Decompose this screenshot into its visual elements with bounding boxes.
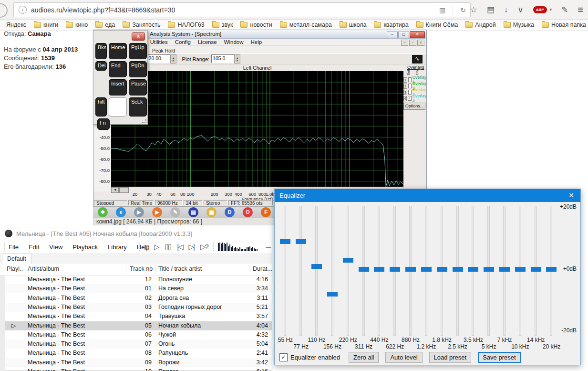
eq-slider-track[interactable]	[347, 206, 349, 336]
foobar-titlebar[interactable]: Мельница - [The Best #05] Ночная кобыла …	[0, 227, 272, 240]
menu-item-library[interactable]: Library	[108, 244, 127, 251]
bookmark-item[interactable]: школа	[340, 21, 367, 28]
eq-slider-handle[interactable]	[499, 267, 510, 272]
spectrum-visualization[interactable]	[217, 242, 263, 252]
eq-slider-handle[interactable]	[515, 267, 526, 272]
bookmark-item[interactable]: Андрей	[465, 21, 495, 28]
column-title[interactable]: Title / track artist	[158, 265, 202, 272]
eq-slider-track[interactable]	[331, 206, 333, 336]
eq-slider-handle[interactable]	[421, 267, 432, 272]
equalizer-enabled-checkbox[interactable]: ✓	[279, 353, 288, 361]
bookmark-label: школа	[349, 21, 367, 28]
column-playing[interactable]: Playi...	[7, 265, 23, 272]
eq-slider-track[interactable]	[299, 206, 302, 336]
screen: i audioes.ru/viewtopic.php?f=43&t=8669&s…	[0, 0, 588, 371]
eq-slider-handle[interactable]	[484, 267, 494, 272]
bookmark-item[interactable]: книги	[34, 21, 58, 28]
playlist-row[interactable]: Мельница - The Best01На север3:34	[5, 284, 272, 293]
next-button[interactable]: ▷|	[189, 243, 194, 251]
playlist-row[interactable]: Мельница - The Best07Огонь5:04	[5, 339, 272, 349]
playlist-row[interactable]: Мельница - The Best10Прялка6:16	[5, 367, 272, 371]
osk-key-PgUp: PgUp	[129, 43, 147, 59]
bookmark-item[interactable]: НАЛОГ63	[168, 21, 204, 28]
bookmark-item[interactable]: звук	[212, 21, 233, 28]
clipboard-icon[interactable]: ▤	[487, 6, 495, 14]
playlist-row[interactable]: Мельница - The Best06Чужой4:32	[5, 330, 272, 339]
viz-bar	[218, 243, 219, 251]
eq-slider-handle[interactable]	[453, 267, 463, 272]
reader-mode-icon[interactable]: ▥	[435, 6, 450, 14]
random-button[interactable]: ▷?	[200, 243, 208, 251]
playlist-row[interactable]: Мельница - The Best04Травушка3:57	[5, 312, 272, 321]
eq-slider-handle[interactable]	[405, 267, 416, 272]
playlist-row[interactable]: Мельница - The Best09Ворожи3:42	[5, 358, 272, 367]
playlist-row[interactable]: Мельница - The Best03Господин горных дор…	[5, 303, 272, 312]
previous-button[interactable]: |◁	[177, 243, 182, 251]
url-text[interactable]: audioes.ru/viewtopic.php?f=43&t=8669&sta…	[31, 6, 435, 14]
eq-slider-handle[interactable]	[343, 258, 353, 263]
eq-slider-handle[interactable]	[390, 267, 400, 272]
bookmark-item[interactable]: Занятость	[123, 21, 160, 28]
equalizer-enabled-label: Equalizer enabled	[290, 354, 340, 361]
zero-all-button[interactable]: Zero all	[349, 352, 379, 363]
adblock-caret-icon[interactable]: ▾	[550, 7, 552, 12]
menu-icon[interactable]: ≡	[578, 5, 583, 14]
url-bar[interactable]: i audioes.ru/viewtopic.php?f=43&t=8669&s…	[13, 2, 471, 17]
cell-title: Огонь	[158, 340, 175, 347]
playlist-row[interactable]: Мельница - The Best08Рапунцель2:41	[5, 349, 272, 358]
eq-slider-handle[interactable]	[437, 267, 447, 272]
column-track-no[interactable]: Track no	[130, 265, 153, 272]
eq-slider-track[interactable]	[315, 206, 318, 336]
eq-slider-handle[interactable]	[327, 292, 338, 297]
bookmark-item[interactable]: Музыка	[504, 21, 534, 28]
playlist-tab-default[interactable]: Default	[2, 254, 31, 264]
column-artist-album[interactable]: Artist/album	[28, 265, 59, 272]
bookmark-item[interactable]: металл-самара	[280, 21, 332, 28]
bookmark-item[interactable]: новости	[240, 21, 272, 28]
equalizer-close-icon[interactable]: ✕	[568, 191, 574, 199]
reload-icon[interactable]: ↻	[456, 6, 470, 14]
toolbar-grip[interactable]	[4, 243, 5, 251]
auto-level-button[interactable]: Auto level	[385, 352, 422, 363]
eq-slider-handle[interactable]	[531, 267, 541, 272]
site-tools-icon[interactable]: ✎	[561, 6, 568, 14]
pause-button[interactable]: ▯▯	[165, 243, 171, 251]
load-preset-button[interactable]: Load preset	[429, 352, 472, 363]
menu-item-playback[interactable]: Playback	[72, 244, 98, 251]
eq-slider-handle[interactable]	[468, 267, 478, 272]
bookmark-item[interactable]: квартира	[374, 21, 408, 28]
save-preset-button[interactable]: Save preset	[478, 352, 520, 363]
adblock-icon[interactable]: ABP	[533, 6, 547, 13]
eq-slider-handle[interactable]	[311, 264, 322, 269]
thanks-link[interactable]: 136	[55, 63, 66, 70]
eq-slider-handle[interactable]	[280, 239, 290, 244]
menu-item-file[interactable]: File	[9, 244, 19, 251]
bookmark-item[interactable]: еда	[95, 21, 115, 28]
download-icon[interactable]: ↓	[504, 6, 508, 14]
volume-slider[interactable]	[266, 247, 271, 248]
menu-item-view[interactable]: View	[49, 244, 62, 251]
equalizer-titlebar[interactable]: Equalizer ✕	[275, 189, 580, 202]
eq-slider-handle[interactable]	[546, 267, 557, 272]
pocket-icon[interactable]: ∨	[517, 6, 523, 14]
playlist-row[interactable]: Мельница - The Best12Полнолуние4:16	[5, 275, 272, 284]
eq-slider-handle[interactable]	[374, 267, 384, 272]
bookmark-item[interactable]: кино	[66, 21, 88, 28]
playlist-row[interactable]: Мельница - The Best02Дорога сна3:11	[5, 294, 272, 303]
toolbar-grip[interactable]	[213, 243, 214, 251]
column-duration[interactable]: Durat...	[253, 265, 272, 272]
eq-slider-track[interactable]	[284, 206, 286, 336]
bookmark-star-icon[interactable]: ☆	[470, 6, 477, 14]
back-button[interactable]	[0, 3, 8, 18]
play-button[interactable]: ▷	[154, 243, 159, 251]
eq-slider-handle[interactable]	[296, 239, 306, 244]
bookmark-item[interactable]: Новая папка	[542, 21, 586, 28]
menu-item-edit[interactable]: Edit	[29, 244, 39, 251]
bookmark-item[interactable]: Книги Сёма	[416, 21, 458, 28]
stop-button[interactable]: □	[144, 243, 148, 251]
eq-slider-handle[interactable]	[359, 267, 369, 272]
toolbar-grip[interactable]	[139, 243, 140, 251]
bookmark-item[interactable]: Яндекс	[4, 21, 26, 28]
site-info-icon[interactable]: i	[19, 6, 27, 14]
playlist-row[interactable]: ▷Мельница - The Best05Ночная кобыла4:04	[5, 321, 272, 330]
